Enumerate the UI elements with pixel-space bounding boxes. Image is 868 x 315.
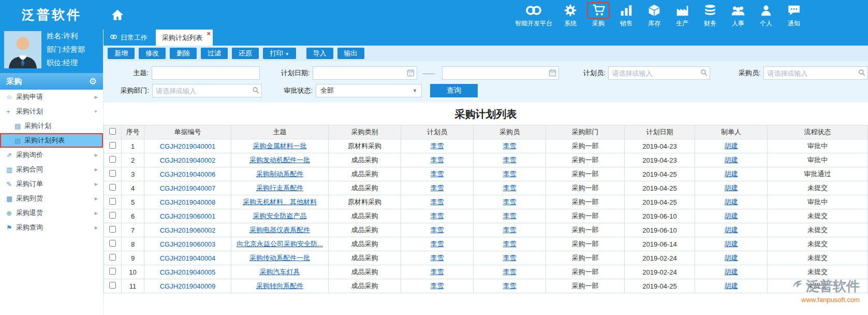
subject-link[interactable]: 采购制动系配件 — [256, 170, 303, 178]
column-header-buyer[interactable]: 采购员 — [474, 125, 546, 139]
toolbar-button-import[interactable]: 导入 — [306, 48, 333, 59]
plan-date-to-input[interactable] — [442, 66, 559, 80]
buyer-link[interactable]: 李雪 — [503, 198, 517, 206]
chevron-right-icon[interactable]: ▶ — [95, 225, 98, 230]
toolbar-button-delete[interactable]: 删除 — [170, 48, 197, 59]
search-icon[interactable] — [858, 69, 865, 76]
column-header-doc-no[interactable]: 单据编号 — [144, 125, 231, 139]
planner-link[interactable]: 李雪 — [431, 184, 444, 192]
planner-link[interactable]: 李雪 — [431, 254, 444, 262]
planner-link[interactable]: 李雪 — [431, 156, 444, 164]
creator-link[interactable]: 胡建 — [725, 240, 738, 248]
sidebar-item-purchase-contract[interactable]: ▥ 采购合同 ▶ — [0, 162, 103, 177]
chevron-right-icon[interactable]: ▶ — [95, 196, 98, 201]
doc-no-link[interactable]: CGJH2019040009 — [160, 282, 216, 290]
row-checkbox[interactable] — [109, 184, 116, 191]
row-checkbox[interactable] — [109, 170, 116, 177]
doc-no-link[interactable]: CGJH2019060001 — [160, 212, 216, 220]
doc-no-link[interactable]: CGJH2019040004 — [160, 254, 216, 262]
topnav-item-finance[interactable]: 财务 — [696, 2, 724, 28]
row-checkbox[interactable] — [109, 156, 116, 163]
creator-link[interactable]: 胡建 — [725, 184, 738, 192]
buyer-link[interactable]: 李雪 — [503, 226, 517, 234]
sidebar-item-purchase-return[interactable]: ⊗ 采购退货 ▶ — [0, 206, 103, 220]
toolbar-button-print[interactable]: 打印 ▼ — [263, 48, 296, 59]
subject-link[interactable]: 采购电器仪表系配件 — [249, 226, 310, 234]
buyer-link[interactable]: 李雪 — [503, 268, 517, 276]
subject-link[interactable]: 采购安全防盗产品 — [253, 212, 307, 220]
creator-link[interactable]: 胡建 — [725, 198, 738, 206]
column-header-department[interactable]: 采购部门 — [546, 125, 625, 139]
buyer-link[interactable]: 李雪 — [503, 142, 517, 150]
inventory-icon[interactable] — [643, 2, 666, 19]
planner-link[interactable]: 李雪 — [431, 198, 444, 206]
creator-link[interactable]: 胡建 — [725, 226, 738, 234]
toolbar-button-edit[interactable]: 修改 — [139, 48, 166, 59]
row-checkbox[interactable] — [109, 226, 116, 233]
buyer-input[interactable] — [763, 66, 868, 80]
chevron-right-icon[interactable]: ▶ — [95, 211, 98, 216]
row-checkbox[interactable] — [109, 198, 116, 205]
person-icon[interactable] — [755, 2, 777, 19]
home-icon[interactable] — [111, 8, 124, 22]
buyer-link[interactable]: 李雪 — [503, 184, 517, 192]
sidebar-item-purchase-inquiry[interactable]: ⇗ 采购询价 ▶ — [0, 148, 103, 162]
search-icon[interactable] — [252, 87, 259, 94]
column-header-no[interactable]: 序号 — [122, 125, 144, 139]
planner-link[interactable]: 李雪 — [431, 226, 444, 234]
doc-no-link[interactable]: CGJH2019040005 — [160, 268, 216, 276]
doc-no-link[interactable]: CGJH2019040007 — [160, 184, 216, 192]
chart-icon[interactable] — [615, 2, 638, 19]
sidebar-item-purchase-request[interactable]: ☆ 采购申请 ▶ — [0, 90, 103, 104]
chevron-right-icon[interactable]: ▶ — [95, 95, 98, 99]
topnav-item-personal[interactable]: 个人 — [752, 2, 780, 28]
sidebar-item-purchase-plan-sub[interactable]: ▤ 采购计划 — [0, 119, 103, 133]
topnav-item-purchase[interactable]: 采购 — [584, 2, 612, 28]
tab-close-icon[interactable]: × — [207, 30, 211, 38]
planner-link[interactable]: 李雪 — [431, 240, 444, 248]
sidebar-item-purchase-arrival[interactable]: ▦ 采购到货 ▶ — [0, 191, 103, 206]
column-header-status[interactable]: 流程状态 — [768, 125, 868, 139]
production-icon[interactable] — [671, 2, 694, 19]
topnav-item-production[interactable]: 生产 — [668, 2, 696, 28]
topnav-item-dev-platform[interactable]: 智能开发平台 — [511, 2, 556, 28]
chevron-down-icon[interactable]: ▼ — [94, 109, 98, 114]
row-checkbox[interactable] — [109, 282, 116, 289]
topnav-item-sales[interactable]: 销售 — [612, 2, 640, 28]
chevron-right-icon[interactable]: ▶ — [95, 167, 98, 172]
toolbar-button-export[interactable]: 输出 — [337, 48, 364, 59]
sidebar-item-purchase-order[interactable]: ✎ 采购订单 ▶ — [0, 177, 103, 191]
creator-link[interactable]: 胡建 — [725, 156, 738, 164]
plan-date-from-input[interactable] — [313, 66, 417, 80]
topnav-item-inventory[interactable]: 库存 — [640, 2, 668, 28]
planner-link[interactable]: 李雪 — [431, 142, 444, 150]
column-header-planner[interactable]: 计划员 — [401, 125, 474, 139]
planner-link[interactable]: 李雪 — [431, 170, 444, 178]
row-checkbox[interactable] — [109, 240, 116, 247]
subject-link[interactable]: 向北京永益公司采购安全防... — [237, 240, 323, 248]
settings-gear-icon[interactable]: ⚙ — [89, 76, 97, 87]
doc-no-link[interactable]: CGJH2019040001 — [160, 142, 216, 150]
subject-input[interactable] — [152, 66, 260, 80]
tab-purchase-plan-list[interactable]: 采购计划列表 × — [156, 30, 213, 46]
gear-icon[interactable] — [559, 2, 582, 19]
row-checkbox[interactable] — [109, 268, 116, 275]
row-checkbox[interactable] — [109, 212, 116, 219]
select-all-checkbox[interactable] — [109, 128, 116, 135]
finance-icon[interactable] — [699, 2, 722, 19]
subject-link[interactable]: 采购转向系配件 — [256, 282, 303, 290]
creator-link[interactable]: 胡建 — [725, 142, 738, 150]
department-input[interactable] — [152, 84, 262, 97]
column-header-category[interactable]: 采购类别 — [329, 125, 401, 139]
column-header-plan-date[interactable]: 计划日期 — [625, 125, 695, 139]
buyer-link[interactable]: 李雪 — [503, 282, 517, 290]
toolbar-button-filter[interactable]: 过滤 — [201, 48, 228, 59]
sidebar-item-purchase-plan[interactable]: + 采购计划 ▼ — [0, 104, 103, 119]
topnav-item-notification[interactable]: 通知 — [780, 2, 808, 28]
column-header-subject[interactable]: 主题 — [231, 125, 329, 139]
buyer-link[interactable]: 李雪 — [503, 170, 517, 178]
topnav-item-system[interactable]: 系统 — [556, 2, 584, 28]
column-header-creator[interactable]: 制单人 — [695, 125, 768, 139]
subject-link[interactable]: 采购汽车灯具 — [260, 268, 300, 276]
subject-link[interactable]: 采购金属材料一批 — [253, 142, 307, 150]
